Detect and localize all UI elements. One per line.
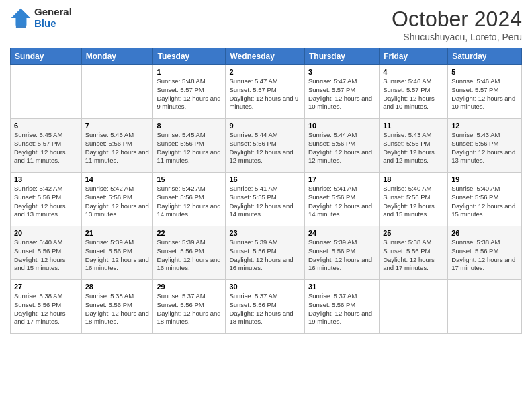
logo-text: General Blue xyxy=(34,7,72,29)
weekday-header-saturday: Saturday xyxy=(448,48,522,65)
weekday-header-tuesday: Tuesday xyxy=(153,48,226,65)
day-detail: Sunrise: 5:42 AMSunset: 5:56 PMDaylight:… xyxy=(14,185,78,219)
calendar-cell: 13Sunrise: 5:42 AMSunset: 5:56 PMDayligh… xyxy=(11,173,82,226)
day-number: 23 xyxy=(229,229,301,237)
location: Shucushuyacu, Loreto, Peru xyxy=(392,32,522,42)
day-number: 26 xyxy=(451,229,518,237)
calendar-cell: 30Sunrise: 5:37 AMSunset: 5:56 PMDayligh… xyxy=(226,280,305,334)
weekday-header-friday: Friday xyxy=(380,48,448,65)
day-number: 16 xyxy=(229,175,301,183)
calendar-cell: 27Sunrise: 5:38 AMSunset: 5:56 PMDayligh… xyxy=(11,280,82,334)
day-number: 20 xyxy=(14,229,78,237)
day-detail: Sunrise: 5:42 AMSunset: 5:56 PMDaylight:… xyxy=(157,185,222,219)
day-number: 19 xyxy=(451,175,518,183)
day-number: 6 xyxy=(14,122,78,130)
day-detail: Sunrise: 5:38 AMSunset: 5:56 PMDaylight:… xyxy=(383,238,444,273)
day-number: 21 xyxy=(85,229,150,237)
month-title: October 2024 xyxy=(392,7,522,32)
day-number: 15 xyxy=(157,175,222,183)
day-number: 18 xyxy=(383,175,444,183)
day-number: 24 xyxy=(308,229,375,237)
day-number: 27 xyxy=(14,283,78,291)
week-row-4: 20Sunrise: 5:40 AMSunset: 5:56 PMDayligh… xyxy=(11,226,522,280)
day-detail: Sunrise: 5:46 AMSunset: 5:57 PMDaylight:… xyxy=(383,77,444,111)
calendar-cell: 18Sunrise: 5:40 AMSunset: 5:56 PMDayligh… xyxy=(380,173,448,226)
day-detail: Sunrise: 5:45 AMSunset: 5:56 PMDaylight:… xyxy=(85,131,150,165)
calendar-cell: 1Sunrise: 5:48 AMSunset: 5:57 PMDaylight… xyxy=(153,65,226,119)
day-detail: Sunrise: 5:47 AMSunset: 5:57 PMDaylight:… xyxy=(229,77,301,111)
day-detail: Sunrise: 5:39 AMSunset: 5:56 PMDaylight:… xyxy=(85,238,150,273)
day-number: 11 xyxy=(383,122,444,130)
day-number: 17 xyxy=(308,175,375,183)
weekday-header-thursday: Thursday xyxy=(305,48,380,65)
day-detail: Sunrise: 5:45 AMSunset: 5:57 PMDaylight:… xyxy=(14,131,78,165)
day-detail: Sunrise: 5:45 AMSunset: 5:56 PMDaylight:… xyxy=(157,131,222,165)
calendar-cell: 8Sunrise: 5:45 AMSunset: 5:56 PMDaylight… xyxy=(153,119,226,173)
day-detail: Sunrise: 5:41 AMSunset: 5:56 PMDaylight:… xyxy=(308,185,375,219)
day-number: 8 xyxy=(157,122,222,130)
day-number: 31 xyxy=(308,283,375,291)
day-number: 10 xyxy=(308,122,375,130)
weekday-header-wednesday: Wednesday xyxy=(226,48,305,65)
day-detail: Sunrise: 5:43 AMSunset: 5:56 PMDaylight:… xyxy=(451,131,518,165)
day-detail: Sunrise: 5:48 AMSunset: 5:57 PMDaylight:… xyxy=(157,77,222,111)
week-row-5: 27Sunrise: 5:38 AMSunset: 5:56 PMDayligh… xyxy=(11,280,522,334)
calendar-cell: 24Sunrise: 5:39 AMSunset: 5:56 PMDayligh… xyxy=(305,226,380,280)
calendar-cell: 12Sunrise: 5:43 AMSunset: 5:56 PMDayligh… xyxy=(448,119,522,173)
day-detail: Sunrise: 5:40 AMSunset: 5:56 PMDaylight:… xyxy=(451,185,518,219)
day-detail: Sunrise: 5:39 AMSunset: 5:56 PMDaylight:… xyxy=(308,238,375,273)
day-detail: Sunrise: 5:44 AMSunset: 5:56 PMDaylight:… xyxy=(308,131,375,165)
calendar-cell: 28Sunrise: 5:38 AMSunset: 5:56 PMDayligh… xyxy=(81,280,153,334)
logo-general: General xyxy=(34,7,72,18)
calendar-cell xyxy=(81,65,153,119)
day-detail: Sunrise: 5:46 AMSunset: 5:57 PMDaylight:… xyxy=(451,77,518,111)
calendar-cell: 25Sunrise: 5:38 AMSunset: 5:56 PMDayligh… xyxy=(380,226,448,280)
day-number: 28 xyxy=(85,283,150,291)
page-header: General Blue October 2024 Shucushuyacu, … xyxy=(10,7,522,42)
logo-blue: Blue xyxy=(34,18,72,30)
day-number: 2 xyxy=(229,68,301,76)
day-detail: Sunrise: 5:40 AMSunset: 5:56 PMDaylight:… xyxy=(14,238,78,273)
calendar-cell: 3Sunrise: 5:47 AMSunset: 5:57 PMDaylight… xyxy=(305,65,380,119)
calendar-cell: 15Sunrise: 5:42 AMSunset: 5:56 PMDayligh… xyxy=(153,173,226,226)
day-detail: Sunrise: 5:47 AMSunset: 5:57 PMDaylight:… xyxy=(308,77,375,111)
day-number: 14 xyxy=(85,175,150,183)
calendar-table: SundayMondayTuesdayWednesdayThursdayFrid… xyxy=(10,48,522,334)
calendar-cell: 7Sunrise: 5:45 AMSunset: 5:56 PMDaylight… xyxy=(81,119,153,173)
day-number: 7 xyxy=(85,122,150,130)
calendar-cell: 26Sunrise: 5:38 AMSunset: 5:56 PMDayligh… xyxy=(448,226,522,280)
calendar-cell: 16Sunrise: 5:41 AMSunset: 5:55 PMDayligh… xyxy=(226,173,305,226)
day-detail: Sunrise: 5:40 AMSunset: 5:56 PMDaylight:… xyxy=(383,185,444,219)
day-number: 13 xyxy=(14,175,78,183)
weekday-header-monday: Monday xyxy=(81,48,153,65)
week-row-2: 6Sunrise: 5:45 AMSunset: 5:57 PMDaylight… xyxy=(11,119,522,173)
title-section: October 2024 Shucushuyacu, Loreto, Peru xyxy=(392,7,522,42)
week-row-1: 1Sunrise: 5:48 AMSunset: 5:57 PMDaylight… xyxy=(11,65,522,119)
calendar-cell: 22Sunrise: 5:39 AMSunset: 5:56 PMDayligh… xyxy=(153,226,226,280)
day-detail: Sunrise: 5:39 AMSunset: 5:56 PMDaylight:… xyxy=(229,238,301,273)
day-detail: Sunrise: 5:41 AMSunset: 5:55 PMDaylight:… xyxy=(229,185,301,219)
calendar-cell: 29Sunrise: 5:37 AMSunset: 5:56 PMDayligh… xyxy=(153,280,226,334)
day-detail: Sunrise: 5:38 AMSunset: 5:56 PMDaylight:… xyxy=(85,292,150,326)
day-number: 4 xyxy=(383,68,444,76)
day-detail: Sunrise: 5:37 AMSunset: 5:56 PMDaylight:… xyxy=(229,292,301,326)
calendar-cell: 20Sunrise: 5:40 AMSunset: 5:56 PMDayligh… xyxy=(11,226,82,280)
calendar-cell: 14Sunrise: 5:42 AMSunset: 5:56 PMDayligh… xyxy=(81,173,153,226)
day-detail: Sunrise: 5:44 AMSunset: 5:56 PMDaylight:… xyxy=(229,131,301,165)
logo-icon xyxy=(10,7,32,29)
calendar-cell: 19Sunrise: 5:40 AMSunset: 5:56 PMDayligh… xyxy=(448,173,522,226)
day-detail: Sunrise: 5:37 AMSunset: 5:56 PMDaylight:… xyxy=(157,292,222,326)
day-detail: Sunrise: 5:39 AMSunset: 5:56 PMDaylight:… xyxy=(157,238,222,273)
day-number: 12 xyxy=(451,122,518,130)
day-number: 3 xyxy=(308,68,375,76)
calendar-cell: 17Sunrise: 5:41 AMSunset: 5:56 PMDayligh… xyxy=(305,173,380,226)
calendar-cell: 6Sunrise: 5:45 AMSunset: 5:57 PMDaylight… xyxy=(11,119,82,173)
calendar-cell: 11Sunrise: 5:43 AMSunset: 5:56 PMDayligh… xyxy=(380,119,448,173)
calendar-cell: 9Sunrise: 5:44 AMSunset: 5:56 PMDaylight… xyxy=(226,119,305,173)
day-detail: Sunrise: 5:42 AMSunset: 5:56 PMDaylight:… xyxy=(85,185,150,219)
logo: General Blue xyxy=(10,7,72,29)
page-container: General Blue October 2024 Shucushuyacu, … xyxy=(0,0,532,340)
weekday-header-sunday: Sunday xyxy=(11,48,82,65)
day-number: 5 xyxy=(451,68,518,76)
day-detail: Sunrise: 5:43 AMSunset: 5:56 PMDaylight:… xyxy=(383,131,444,165)
